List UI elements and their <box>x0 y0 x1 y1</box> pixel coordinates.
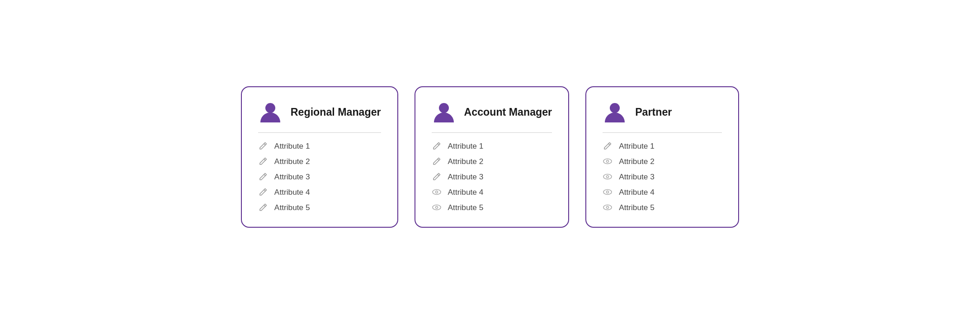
partner-attribute-item-3: Attribute 3 <box>603 172 722 182</box>
partner-attribute-item-4: Attribute 4 <box>603 187 722 197</box>
edit-icon <box>258 156 268 166</box>
partner-person-icon <box>603 100 627 124</box>
svg-point-1 <box>439 103 449 113</box>
edit-icon <box>258 172 268 182</box>
edit-icon <box>432 141 442 151</box>
svg-point-3 <box>435 191 438 193</box>
regional-manager-title: Regional Manager <box>291 106 381 118</box>
svg-point-13 <box>603 205 612 210</box>
account-manager-attribute-item-2: Attribute 2 <box>432 156 552 166</box>
svg-point-12 <box>607 191 609 193</box>
view-icon <box>603 202 612 212</box>
view-icon <box>603 187 612 197</box>
account-manager-divider <box>432 132 552 133</box>
svg-point-6 <box>610 103 620 113</box>
view-icon <box>603 172 612 182</box>
partner-divider <box>603 132 722 133</box>
account-manager-attribute-label-5: Attribute 5 <box>448 203 484 212</box>
regional-manager-attribute-item-4: Attribute 4 <box>258 187 381 197</box>
svg-point-10 <box>607 176 609 178</box>
account-manager-person-icon <box>432 100 456 124</box>
view-icon <box>432 187 442 197</box>
regional-manager-attribute-label-4: Attribute 4 <box>274 187 310 197</box>
edit-icon <box>603 141 612 151</box>
account-manager-header: Account Manager <box>432 100 552 124</box>
regional-manager-header: Regional Manager <box>258 100 381 124</box>
view-icon <box>603 156 612 166</box>
view-icon <box>432 202 442 212</box>
edit-icon <box>258 141 268 151</box>
partner-attribute-label-3: Attribute 3 <box>619 172 655 182</box>
svg-point-4 <box>433 205 441 210</box>
svg-point-14 <box>607 206 609 209</box>
card-account-manager: Account Manager Attribute 1 Attribute 2 … <box>415 86 570 228</box>
svg-point-2 <box>433 190 441 195</box>
account-manager-attribute-item-5: Attribute 5 <box>432 202 552 212</box>
account-manager-attribute-label-4: Attribute 4 <box>448 187 484 197</box>
regional-manager-attribute-label-1: Attribute 1 <box>274 141 310 151</box>
partner-header: Partner <box>603 100 722 124</box>
svg-point-11 <box>603 190 612 195</box>
partner-attribute-label-4: Attribute 4 <box>619 187 655 197</box>
partner-attribute-list: Attribute 1 Attribute 2 Attribute 3 Attr… <box>603 141 722 212</box>
card-partner: Partner Attribute 1 Attribute 2 Attribut… <box>585 86 739 228</box>
partner-attribute-item-1: Attribute 1 <box>603 141 722 151</box>
regional-manager-attribute-item-5: Attribute 5 <box>258 202 381 212</box>
account-manager-attribute-item-4: Attribute 4 <box>432 187 552 197</box>
account-manager-attribute-label-3: Attribute 3 <box>448 172 484 182</box>
account-manager-attribute-list: Attribute 1 Attribute 2 Attribute 3 Attr… <box>432 141 552 212</box>
partner-attribute-item-2: Attribute 2 <box>603 156 722 166</box>
regional-manager-attribute-list: Attribute 1 Attribute 2 Attribute 3 Attr… <box>258 141 381 212</box>
account-manager-attribute-label-1: Attribute 1 <box>448 141 484 151</box>
svg-point-8 <box>607 160 609 163</box>
edit-icon <box>432 172 442 182</box>
regional-manager-attribute-item-3: Attribute 3 <box>258 172 381 182</box>
partner-title: Partner <box>635 106 672 118</box>
svg-point-0 <box>265 103 275 113</box>
regional-manager-attribute-label-3: Attribute 3 <box>274 172 310 182</box>
svg-point-5 <box>435 206 438 209</box>
regional-manager-attribute-item-2: Attribute 2 <box>258 156 381 166</box>
partner-attribute-item-5: Attribute 5 <box>603 202 722 212</box>
regional-manager-attribute-item-1: Attribute 1 <box>258 141 381 151</box>
svg-point-7 <box>603 159 612 164</box>
partner-attribute-label-2: Attribute 2 <box>619 157 655 166</box>
regional-manager-person-icon <box>258 100 283 124</box>
account-manager-title: Account Manager <box>464 106 552 118</box>
svg-point-9 <box>603 174 612 179</box>
account-manager-attribute-label-2: Attribute 2 <box>448 157 484 166</box>
cards-container: Regional Manager Attribute 1 Attribute 2… <box>241 86 739 228</box>
regional-manager-divider <box>258 132 381 133</box>
partner-attribute-label-1: Attribute 1 <box>619 141 655 151</box>
account-manager-attribute-item-1: Attribute 1 <box>432 141 552 151</box>
regional-manager-attribute-label-5: Attribute 5 <box>274 203 310 212</box>
regional-manager-attribute-label-2: Attribute 2 <box>274 157 310 166</box>
card-regional-manager: Regional Manager Attribute 1 Attribute 2… <box>241 86 398 228</box>
partner-attribute-label-5: Attribute 5 <box>619 203 655 212</box>
edit-icon <box>258 202 268 212</box>
edit-icon <box>432 156 442 166</box>
account-manager-attribute-item-3: Attribute 3 <box>432 172 552 182</box>
edit-icon <box>258 187 268 197</box>
